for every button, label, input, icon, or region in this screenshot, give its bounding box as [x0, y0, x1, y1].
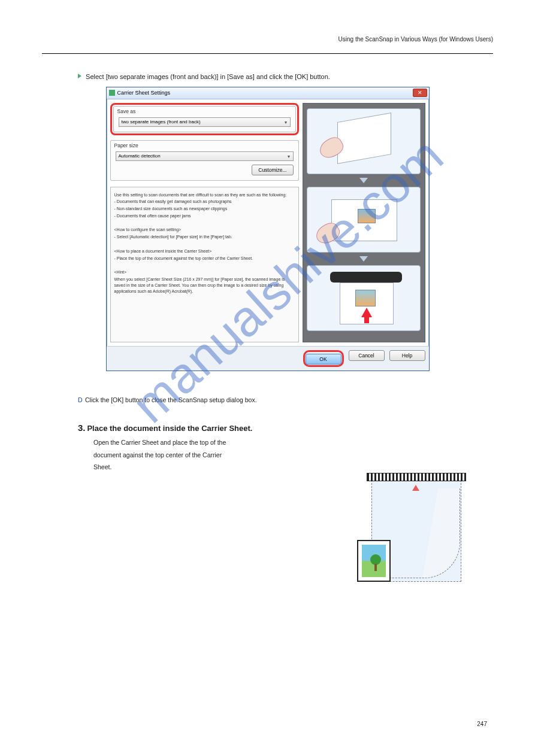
dialog-title: Carrier Sheet Settings: [117, 90, 171, 96]
paper-size-label: Paper size: [114, 142, 138, 148]
arrow-icon: [78, 74, 81, 78]
chevron-down-icon: [359, 178, 368, 183]
paper-size-select[interactable]: Automatic detection: [116, 151, 294, 161]
help-button[interactable]: Help: [389, 350, 425, 361]
illustration-step1: [307, 108, 421, 174]
save-as-highlight: Save as two separate images (front and b…: [110, 103, 299, 135]
dialog-footer: OK Cancel Help: [107, 346, 429, 371]
cancel-button[interactable]: Cancel: [349, 350, 385, 361]
step-title: Place the document inside the Carrier Sh…: [87, 424, 252, 433]
carrier-sheet-figure: [358, 473, 481, 599]
header-section-title: Using the ScanSnap in Various Ways (for …: [338, 36, 493, 42]
illustration-panel: [303, 103, 425, 342]
page-body-text: DClick the [OK] button to close the Scan…: [78, 395, 461, 472]
step-number: 3.: [78, 423, 86, 433]
app-icon: [109, 90, 115, 96]
customize-button[interactable]: Customize...: [252, 165, 293, 175]
illustration-step3: [307, 265, 421, 331]
carrier-sheet-dialog: Carrier Sheet Settings ✕ Save as two sep…: [106, 87, 430, 371]
step-intro: Select [two separate images (front and b…: [78, 72, 493, 82]
dialog-titlebar[interactable]: Carrier Sheet Settings ✕: [107, 87, 429, 99]
chevron-down-icon: [359, 256, 368, 262]
instructions-panel: Use this setting to scan documents that …: [110, 187, 299, 342]
save-as-label: Save as: [117, 108, 136, 114]
ok-button[interactable]: OK: [306, 354, 341, 365]
save-as-select[interactable]: two separate images (front and back): [119, 117, 291, 127]
close-icon[interactable]: ✕: [413, 89, 427, 97]
ok-highlight: OK: [303, 350, 344, 367]
illustration-step2: [307, 187, 421, 253]
page-number: 247: [477, 721, 487, 727]
